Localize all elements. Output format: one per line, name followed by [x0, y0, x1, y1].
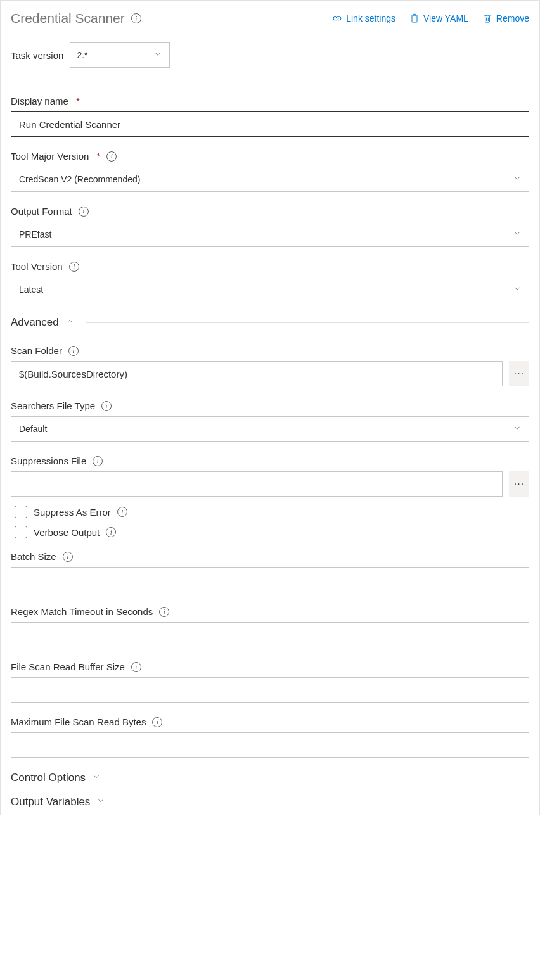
suppress-as-error-checkbox[interactable] [15, 506, 27, 518]
regex-timeout-field: Regex Match Timeout in Seconds i [11, 606, 529, 647]
verbose-output-checkbox[interactable] [15, 526, 27, 538]
batch-size-input[interactable] [11, 567, 529, 592]
suppress-as-error-label: Suppress As Error [34, 507, 111, 518]
chevron-down-icon [96, 796, 105, 808]
info-icon[interactable]: i [101, 401, 112, 411]
file-buffer-input[interactable] [11, 677, 529, 703]
task-version-row: Task version 2.* [11, 42, 529, 68]
panel-title: Credential Scanner [11, 11, 125, 26]
info-icon[interactable]: i [106, 527, 116, 537]
required-indicator: * [96, 151, 100, 162]
view-yaml-button[interactable]: View YAML [409, 13, 468, 23]
output-format-field: Output Format i PREfast [11, 206, 529, 247]
task-version-dropdown[interactable]: 2.* [70, 42, 170, 68]
output-variables-section-header[interactable]: Output Variables [11, 796, 529, 808]
advanced-section-header[interactable]: Advanced [11, 316, 529, 329]
control-options-section-header[interactable]: Control Options [11, 772, 529, 784]
info-icon[interactable]: i [152, 717, 162, 727]
batch-size-field: Batch Size i [11, 551, 529, 592]
scan-folder-label: Scan Folder [11, 345, 62, 356]
output-variables-title: Output Variables [11, 796, 90, 808]
panel-header: Credential Scanner i Link settings View … [11, 11, 529, 26]
display-name-field: Display name* [11, 96, 529, 137]
searchers-file-type-label: Searchers File Type [11, 400, 95, 411]
regex-timeout-label: Regex Match Timeout in Seconds [11, 606, 153, 617]
output-format-value: PREfast [19, 229, 51, 239]
tool-major-version-value: CredScan V2 (Recommended) [19, 174, 140, 184]
link-icon [332, 13, 342, 23]
searchers-file-type-field: Searchers File Type i Default [11, 400, 529, 442]
info-icon[interactable]: i [106, 151, 117, 162]
chevron-up-icon [65, 316, 74, 329]
scan-folder-field: Scan Folder i ··· [11, 345, 529, 386]
max-read-bytes-input[interactable] [11, 732, 529, 758]
control-options-title: Control Options [11, 772, 86, 784]
searchers-file-type-dropdown[interactable]: Default [11, 416, 529, 442]
tool-version-field: Tool Version i Latest [11, 261, 529, 302]
output-format-label: Output Format [11, 206, 72, 217]
info-icon[interactable]: i [69, 262, 79, 272]
tool-version-dropdown[interactable]: Latest [11, 277, 529, 302]
scan-folder-browse-button[interactable]: ··· [509, 361, 529, 386]
info-icon[interactable]: i [79, 207, 89, 217]
advanced-title: Advanced [11, 316, 59, 329]
info-icon[interactable]: i [131, 13, 141, 23]
info-icon[interactable]: i [68, 346, 79, 356]
tool-major-version-field: Tool Major Version* i CredScan V2 (Recom… [11, 151, 529, 192]
max-read-bytes-label: Maximum File Scan Read Bytes [11, 716, 146, 727]
view-yaml-label: View YAML [423, 13, 468, 23]
info-icon[interactable]: i [117, 507, 127, 517]
suppressions-file-field: Suppressions File i ··· [11, 455, 529, 497]
remove-label: Remove [496, 13, 529, 23]
max-read-bytes-field: Maximum File Scan Read Bytes i [11, 716, 529, 758]
info-icon[interactable]: i [93, 456, 103, 466]
suppressions-file-browse-button[interactable]: ··· [509, 471, 529, 497]
task-version-value: 2.* [77, 50, 87, 60]
info-icon[interactable]: i [63, 552, 73, 562]
link-settings-button[interactable]: Link settings [332, 13, 395, 23]
clipboard-icon [409, 13, 420, 23]
tool-version-value: Latest [19, 284, 43, 295]
scan-folder-input[interactable] [11, 361, 503, 386]
task-config-panel: Credential Scanner i Link settings View … [0, 0, 540, 815]
info-icon[interactable]: i [131, 662, 141, 672]
file-buffer-field: File Scan Read Buffer Size i [11, 661, 529, 703]
regex-timeout-input[interactable] [11, 622, 529, 647]
divider [86, 322, 529, 323]
verbose-output-label: Verbose Output [34, 527, 100, 538]
tool-major-version-dropdown[interactable]: CredScan V2 (Recommended) [11, 167, 529, 192]
chevron-down-icon [92, 772, 101, 784]
suppressions-file-input[interactable] [11, 471, 503, 497]
suppress-as-error-row: Suppress As Error i [15, 506, 529, 518]
tool-major-version-label: Tool Major Version [11, 151, 89, 162]
output-format-dropdown[interactable]: PREfast [11, 222, 529, 247]
suppressions-file-label: Suppressions File [11, 455, 86, 466]
searchers-file-type-value: Default [19, 424, 47, 434]
header-actions: Link settings View YAML Remove [332, 13, 529, 23]
display-name-label: Display name [11, 96, 68, 106]
verbose-output-row: Verbose Output i [15, 526, 529, 538]
trash-icon [482, 13, 492, 23]
link-settings-label: Link settings [346, 13, 395, 23]
batch-size-label: Batch Size [11, 551, 56, 562]
tool-version-label: Tool Version [11, 261, 63, 272]
remove-button[interactable]: Remove [482, 13, 529, 23]
required-indicator: * [76, 96, 80, 106]
file-buffer-label: File Scan Read Buffer Size [11, 661, 125, 672]
info-icon[interactable]: i [159, 607, 169, 617]
task-version-label: Task version [11, 50, 63, 61]
display-name-input[interactable] [11, 111, 529, 137]
